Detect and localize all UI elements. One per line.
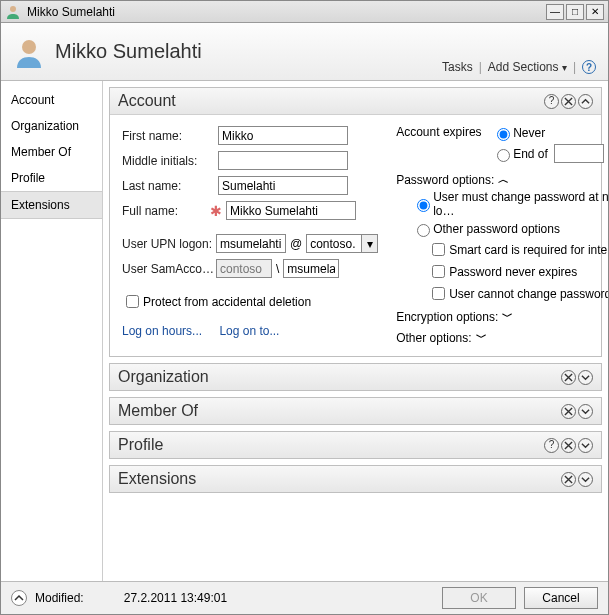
dropdown-icon[interactable]: ▾: [361, 235, 377, 252]
maximize-button[interactable]: □: [566, 4, 584, 20]
expires-label: Account expires: [396, 125, 492, 139]
cannot-change-label: User cannot change password: [449, 287, 608, 301]
section-expand-icon[interactable]: [578, 404, 593, 419]
section-organization: Organization: [109, 363, 602, 391]
smartcard-checkbox[interactable]: [432, 243, 445, 256]
protect-label: Protect from accidental deletion: [143, 295, 311, 309]
section-expand-icon[interactable]: [578, 370, 593, 385]
section-help-icon[interactable]: ?: [544, 94, 559, 109]
other-options-label: Other options:: [396, 331, 471, 345]
last-name-label: Last name:: [122, 179, 206, 193]
avatar-icon: [13, 36, 45, 68]
titlebar: Mikko Sumelahti — □ ✕: [1, 1, 608, 23]
section-help-icon[interactable]: ?: [544, 438, 559, 453]
logon-hours-link[interactable]: Log on hours...: [122, 324, 202, 338]
section-collapse-icon[interactable]: [578, 94, 593, 109]
smartcard-label: Smart card is required for interactiv…: [449, 243, 608, 257]
section-profile: Profile ?: [109, 431, 602, 459]
section-close-icon[interactable]: [561, 404, 576, 419]
endof-label: End of: [513, 147, 548, 161]
user-icon: [5, 4, 21, 20]
modified-label: Modified:: [35, 591, 84, 605]
chevron-down-icon[interactable]: ﹀: [476, 330, 487, 345]
upn-user-input[interactable]: [216, 234, 286, 253]
chevron-down-icon: ▾: [562, 62, 567, 73]
never-label: Never: [513, 126, 545, 140]
chevron-down-icon[interactable]: ﹀: [502, 309, 513, 324]
tasks-link[interactable]: Tasks: [442, 60, 473, 74]
section-header-memberof[interactable]: Member Of: [110, 398, 601, 424]
ok-button[interactable]: OK: [442, 587, 516, 609]
section-memberof: Member Of: [109, 397, 602, 425]
section-close-icon[interactable]: [561, 472, 576, 487]
sidebar-item-profile[interactable]: Profile: [1, 165, 102, 191]
svg-point-1: [22, 40, 36, 54]
middle-input[interactable]: [218, 151, 348, 170]
section-close-icon[interactable]: [561, 370, 576, 385]
endof-radio[interactable]: [497, 149, 510, 162]
backslash: \: [276, 262, 279, 276]
sidebar-item-extensions[interactable]: Extensions: [1, 191, 102, 219]
sam-user-input[interactable]: [283, 259, 339, 278]
upn-domain-value[interactable]: [307, 235, 361, 252]
close-button[interactable]: ✕: [586, 4, 604, 20]
never-expires-checkbox[interactable]: [432, 265, 445, 278]
other-pw-label: Other password options: [433, 222, 560, 236]
sidebar-item-member-of[interactable]: Member Of: [1, 139, 102, 165]
must-change-label: User must change password at next lo…: [433, 190, 608, 218]
window: Mikko Sumelahti — □ ✕ Mikko Sumelahti Ta…: [0, 0, 609, 615]
cancel-button[interactable]: Cancel: [524, 587, 598, 609]
never-expires-label: Password never expires: [449, 265, 577, 279]
must-change-radio[interactable]: [417, 199, 430, 212]
section-extensions: Extensions: [109, 465, 602, 493]
full-name-label: Full name:: [122, 204, 206, 218]
protect-checkbox[interactable]: [126, 295, 139, 308]
required-icon: ✱: [210, 204, 222, 218]
account-right-col: Account expires Never End of: [396, 125, 608, 348]
first-name-input[interactable]: [218, 126, 348, 145]
section-account: Account ? First n: [109, 87, 602, 357]
window-title: Mikko Sumelahti: [25, 5, 544, 19]
page-title: Mikko Sumelahti: [55, 40, 202, 63]
never-radio[interactable]: [497, 128, 510, 141]
footer: Modified: 27.2.2011 13:49:01 OK Cancel: [1, 581, 608, 614]
last-name-input[interactable]: [218, 176, 348, 195]
minimize-button[interactable]: —: [546, 4, 564, 20]
section-header-extensions[interactable]: Extensions: [110, 466, 601, 492]
logon-to-link[interactable]: Log on to...: [219, 324, 279, 338]
section-expand-icon[interactable]: [578, 438, 593, 453]
first-name-label: First name:: [122, 129, 206, 143]
section-close-icon[interactable]: [561, 438, 576, 453]
other-pw-radio[interactable]: [417, 224, 430, 237]
section-header-organization[interactable]: Organization: [110, 364, 601, 390]
sidebar-item-organization[interactable]: Organization: [1, 113, 102, 139]
upn-label: User UPN logon:: [122, 237, 216, 251]
section-header-profile[interactable]: Profile ?: [110, 432, 601, 458]
section-close-icon[interactable]: [561, 94, 576, 109]
full-name-input[interactable]: [226, 201, 356, 220]
section-header-account: Account ?: [110, 88, 601, 115]
chevron-up-icon[interactable]: ︿: [498, 172, 509, 187]
enc-options-label: Encryption options:: [396, 310, 498, 324]
help-icon[interactable]: ?: [582, 60, 596, 74]
scroll-up-icon[interactable]: [11, 590, 27, 606]
account-left-col: First name: Middle initials: Last name:: [122, 125, 378, 348]
svg-point-0: [10, 6, 16, 12]
cannot-change-checkbox[interactable]: [432, 287, 445, 300]
header: Mikko Sumelahti Tasks | Add Sections ▾ |…: [1, 23, 608, 81]
upn-domain-dropdown[interactable]: ▾: [306, 234, 378, 253]
section-body-account: First name: Middle initials: Last name:: [110, 115, 601, 356]
section-title: Account: [118, 92, 544, 110]
section-expand-icon[interactable]: [578, 472, 593, 487]
sidebar: Account Organization Member Of Profile E…: [1, 81, 103, 581]
sam-label: User SamAcco…: [122, 262, 216, 276]
at-symbol: @: [290, 237, 302, 251]
middle-label: Middle initials:: [122, 154, 206, 168]
body: Account Organization Member Of Profile E…: [1, 81, 608, 581]
header-actions: Tasks | Add Sections ▾ | ?: [442, 60, 596, 74]
sidebar-item-account[interactable]: Account: [1, 87, 102, 113]
add-sections-link[interactable]: Add Sections ▾: [488, 60, 567, 74]
pw-options-label: Password options:: [396, 173, 494, 187]
endof-date-input[interactable]: [554, 144, 604, 163]
separator: |: [573, 60, 576, 74]
